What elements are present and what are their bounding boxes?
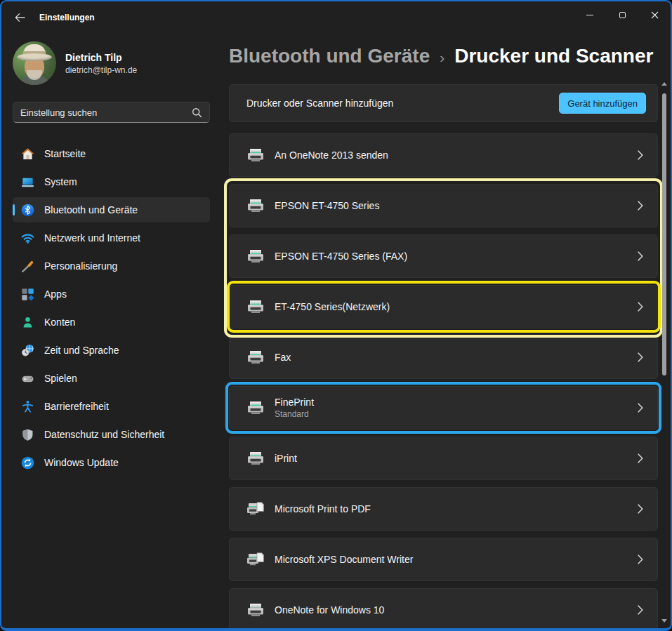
- sidebar-nav: Startseite System Bluetooth und Geräte N…: [13, 141, 210, 475]
- chevron-right-icon: [638, 605, 643, 615]
- printer-row-onenote-for-windows-10[interactable]: OneNote for Windows 10: [229, 588, 658, 628]
- printer-doc-icon: [246, 552, 265, 566]
- scrollbar-thumb[interactable]: [662, 93, 666, 376]
- printer-row-fax[interactable]: Fax: [229, 336, 658, 379]
- accessibility-icon: [21, 400, 34, 413]
- printer-row-fineprint[interactable]: FinePrint Standard: [229, 386, 658, 430]
- search-input[interactable]: Einstellung suchen: [13, 102, 210, 123]
- printer-icon: [246, 249, 265, 263]
- minimize-icon: [586, 15, 593, 15]
- home-icon: [21, 147, 34, 161]
- chevron-right-icon: [638, 150, 643, 160]
- sidebar-item-startseite[interactable]: Startseite: [13, 141, 210, 166]
- printer-name: FinePrint: [275, 397, 314, 408]
- maximize-icon: [619, 12, 626, 18]
- sidebar-item-label: Datenschutz und Sicherheit: [44, 429, 164, 440]
- sidebar-item-label: Zeit und Sprache: [44, 345, 119, 356]
- printer-doc-icon: [246, 502, 265, 516]
- printer-name: ET-4750 Series(Netzwerk): [275, 301, 390, 312]
- sidebar-item-label: Barrierefreiheit: [44, 401, 109, 412]
- sidebar-item-label: System: [44, 176, 77, 187]
- sidebar-item-label: Konten: [44, 317, 75, 328]
- printer-row-et-4750-series-netzwerk[interactable]: ET-4750 Series(Netzwerk): [229, 285, 658, 328]
- search-placeholder: Einstellung suchen: [20, 107, 97, 118]
- sidebar-item-bluetooth-und-geraete[interactable]: Bluetooth und Geräte: [13, 197, 210, 222]
- page-title: Drucker und Scanner: [454, 45, 653, 67]
- back-arrow-icon: [14, 12, 25, 23]
- sidebar-item-netzwerk-und-internet[interactable]: Netzwerk und Internet: [13, 225, 210, 251]
- chevron-right-icon: [638, 453, 643, 463]
- printer-row-iprint[interactable]: iPrint: [229, 437, 658, 480]
- window-title: Einstellungen: [39, 13, 95, 22]
- scroll-down-icon[interactable]: [661, 619, 667, 623]
- gamepad-icon: [21, 372, 34, 385]
- printer-name: Microsoft XPS Document Writer: [275, 554, 413, 565]
- profile-card[interactable]: Dietrich Tilp dietrich@tilp-wn.de: [13, 41, 210, 85]
- wifi-icon: [21, 232, 34, 245]
- printer-row-an-onenote-2013-senden[interactable]: An OneNote 2013 senden: [229, 133, 658, 177]
- printer-name: An OneNote 2013 senden: [275, 150, 388, 161]
- scrollbar[interactable]: [659, 82, 668, 623]
- close-icon: [651, 11, 659, 19]
- chevron-right-icon: [638, 201, 643, 211]
- main-content: Bluetooth und Geräte › Drucker und Scann…: [221, 33, 671, 628]
- minimize-button[interactable]: [574, 1, 606, 28]
- printer-name: EPSON ET-4750 Series (FAX): [275, 251, 407, 262]
- add-device-card: Drucker oder Scanner hinzufügen Gerät hi…: [229, 84, 658, 122]
- sidebar-item-label: Spielen: [44, 373, 77, 384]
- chevron-right-icon: [638, 504, 643, 514]
- sidebar-item-label: Netzwerk und Internet: [44, 232, 140, 244]
- breadcrumb: Bluetooth und Geräte › Drucker und Scann…: [229, 43, 671, 69]
- sidebar-item-label: Windows Update: [44, 457, 119, 468]
- sidebar-item-windows-update[interactable]: Windows Update: [13, 450, 210, 475]
- printer-icon: [246, 401, 265, 415]
- back-button[interactable]: [8, 7, 31, 28]
- sidebar-item-label: Bluetooth und Geräte: [44, 204, 138, 215]
- chevron-right-icon: [638, 554, 643, 564]
- sidebar-item-datenschutz-und-sicherheit[interactable]: Datenschutz und Sicherheit: [13, 422, 210, 447]
- sidebar: Dietrich Tilp dietrich@tilp-wn.de Einste…: [1, 33, 221, 628]
- printer-list: An OneNote 2013 senden EPSON ET-4750 Ser…: [229, 133, 658, 628]
- apps-grid-icon: [21, 288, 34, 301]
- printer-row-epson-et-4750-series[interactable]: EPSON ET-4750 Series: [229, 184, 658, 227]
- bluetooth-icon: [21, 204, 34, 217]
- printer-name: Fax: [275, 352, 291, 363]
- printer-name: EPSON ET-4750 Series: [275, 200, 379, 211]
- shield-icon: [21, 428, 34, 441]
- sidebar-item-zeit-und-sprache[interactable]: Zeit und Sprache: [13, 338, 210, 363]
- breadcrumb-separator-icon: ›: [440, 49, 444, 66]
- add-device-label: Drucker oder Scanner hinzufügen: [246, 98, 393, 109]
- printer-icon: [246, 451, 265, 465]
- printer-icon: [246, 603, 265, 617]
- selected-indicator: [13, 204, 15, 215]
- profile-name: Dietrich Tilp: [65, 52, 137, 63]
- sidebar-item-label: Apps: [44, 288, 67, 300]
- printer-name: OneNote for Windows 10: [275, 604, 384, 616]
- profile-email: dietrich@tilp-wn.de: [65, 65, 137, 75]
- printer-icon: [246, 148, 265, 162]
- sidebar-item-personalisierung[interactable]: Personalisierung: [13, 253, 210, 279]
- printer-status: Standard: [275, 409, 314, 419]
- add-device-button[interactable]: Gerät hinzufügen: [559, 93, 646, 114]
- clock-globe-icon: [21, 344, 34, 357]
- printer-row-microsoft-print-to-pdf[interactable]: Microsoft Print to PDF: [229, 487, 658, 531]
- sidebar-item-barrierefreiheit[interactable]: Barrierefreiheit: [13, 394, 210, 419]
- chevron-right-icon: [638, 352, 643, 362]
- sidebar-item-spielen[interactable]: Spielen: [13, 366, 210, 391]
- scroll-up-icon[interactable]: [661, 82, 667, 86]
- window-controls: [574, 1, 671, 28]
- maximize-button[interactable]: [606, 1, 638, 28]
- person-icon: [21, 316, 34, 329]
- chevron-right-icon: [638, 403, 643, 413]
- sidebar-item-konten[interactable]: Konten: [13, 310, 210, 335]
- printer-row-epson-et-4750-series-fax[interactable]: EPSON ET-4750 Series (FAX): [229, 234, 658, 278]
- chevron-right-icon: [638, 302, 643, 312]
- printer-row-microsoft-xps-document-writer[interactable]: Microsoft XPS Document Writer: [229, 538, 658, 581]
- close-button[interactable]: [638, 1, 671, 28]
- printer-icon: [246, 300, 265, 314]
- sidebar-item-apps[interactable]: Apps: [13, 281, 210, 307]
- breadcrumb-parent[interactable]: Bluetooth und Geräte: [229, 45, 430, 67]
- sidebar-item-system[interactable]: System: [13, 169, 210, 194]
- titlebar: Einstellungen: [1, 1, 671, 33]
- sidebar-item-label: Startseite: [44, 148, 86, 159]
